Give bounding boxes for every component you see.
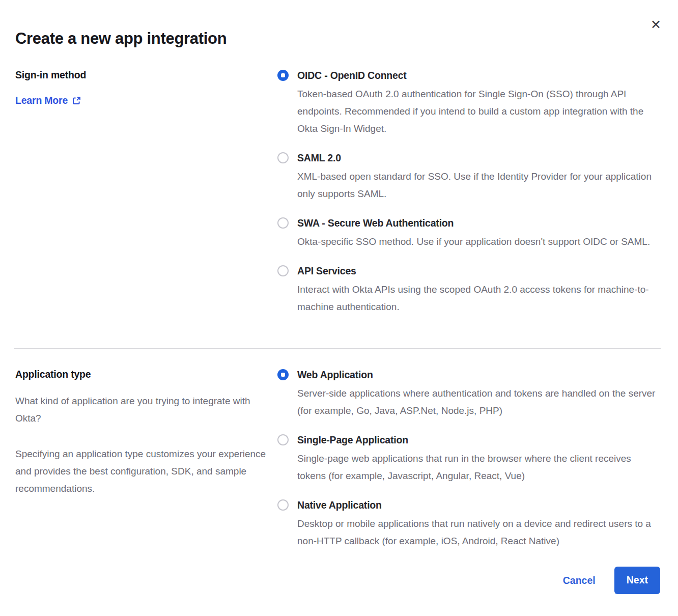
cancel-button[interactable]: Cancel — [563, 575, 596, 586]
option-native-application[interactable]: Native Application Desktop or mobile app… — [277, 499, 661, 550]
option-saml[interactable]: SAML 2.0 XML-based open standard for SSO… — [277, 152, 661, 203]
option-description: Interact with Okta APIs using the scoped… — [297, 281, 661, 316]
radio-unselected-icon[interactable] — [277, 217, 289, 229]
option-web-application[interactable]: Web Application Server-side applications… — [277, 369, 661, 419]
option-oidc[interactable]: OIDC - OpenID Connect Token-based OAuth … — [277, 69, 661, 137]
option-title: SAML 2.0 — [297, 152, 661, 164]
application-type-help-1: What kind of application are you trying … — [15, 393, 267, 427]
option-description: Token-based OAuth 2.0 authentication for… — [297, 86, 661, 137]
option-title: SWA - Secure Web Authentication — [297, 217, 650, 229]
option-title: Web Application — [297, 369, 661, 381]
option-single-page-application[interactable]: Single-Page Application Single-page web … — [277, 434, 661, 485]
next-button[interactable]: Next — [614, 567, 660, 594]
option-title: OIDC - OpenID Connect — [297, 69, 661, 81]
external-link-icon — [72, 96, 81, 105]
option-description: Single-page web applications that run in… — [297, 450, 661, 485]
option-api-services[interactable]: API Services Interact with Okta APIs usi… — [277, 265, 661, 316]
learn-more-label: Learn More — [15, 95, 68, 106]
dialog-title: Create a new app integration — [15, 30, 678, 48]
option-description: XML-based open standard for SSO. Use if … — [297, 168, 661, 203]
create-app-integration-dialog: ✕ Create a new app integration Sign-in m… — [0, 0, 678, 616]
application-type-help-2: Specifying an application type customize… — [15, 445, 267, 497]
radio-unselected-icon[interactable] — [277, 434, 289, 445]
option-description: Server-side applications where authentic… — [297, 385, 661, 419]
option-swa[interactable]: SWA - Secure Web Authentication Okta-spe… — [277, 217, 661, 250]
dialog-footer: Cancel Next — [563, 567, 660, 594]
option-description: Desktop or mobile applications that run … — [297, 515, 661, 550]
application-type-label: Application type — [15, 369, 267, 380]
option-description: Okta-specific SSO method. Use if your ap… — [297, 233, 650, 250]
radio-unselected-icon[interactable] — [277, 499, 289, 511]
application-type-section: Application type What kind of applicatio… — [0, 369, 678, 550]
sign-in-method-section: Sign-in method Learn More OIDC - OpenID … — [0, 69, 678, 316]
radio-unselected-icon[interactable] — [277, 265, 289, 276]
option-title: Single-Page Application — [297, 434, 661, 446]
section-divider — [14, 348, 661, 349]
radio-selected-icon[interactable] — [277, 369, 289, 380]
close-icon[interactable]: ✕ — [651, 18, 661, 31]
learn-more-link[interactable]: Learn More — [15, 95, 81, 106]
radio-unselected-icon[interactable] — [277, 152, 289, 163]
option-title: API Services — [297, 265, 661, 277]
radio-selected-icon[interactable] — [277, 70, 289, 81]
option-title: Native Application — [297, 499, 661, 511]
sign-in-method-label: Sign-in method — [15, 69, 267, 81]
